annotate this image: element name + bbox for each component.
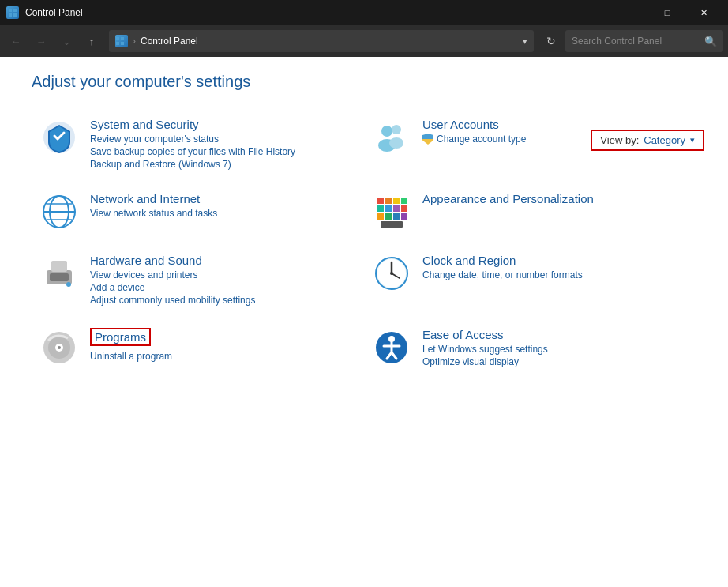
system-link-2[interactable]: Save backup copies of your files with Fi… (90, 146, 356, 157)
up-button[interactable]: ↑ (81, 30, 103, 52)
svg-rect-2 (9, 13, 12, 17)
programs-title[interactable]: Programs (90, 328, 151, 346)
window-title: Control Panel (25, 7, 83, 18)
system-content: System and Security Review your computer… (90, 118, 356, 170)
ease-icon (372, 328, 411, 367)
view-by-bar: View by: Category ▾ (591, 130, 704, 151)
svg-point-12 (389, 137, 403, 149)
hardware-link-3[interactable]: Adjust commonly used mobility settings (90, 295, 356, 306)
svg-rect-25 (401, 205, 407, 212)
user-accounts-title[interactable]: User Accounts (422, 118, 499, 131)
svg-rect-29 (401, 213, 407, 220)
svg-rect-27 (385, 213, 392, 220)
search-bar: 🔍 (565, 30, 723, 52)
dropdown-button[interactable]: ⌄ (55, 30, 77, 52)
clock-link-1[interactable]: Change date, time, or number formats (422, 269, 689, 280)
svg-point-11 (392, 125, 401, 134)
ease-content: Ease of Access Let Windows suggest setti… (422, 328, 689, 367)
system-title[interactable]: System and Security (90, 118, 199, 131)
clock-content: Clock and Region Change date, time, or n… (422, 254, 689, 280)
system-link-1[interactable]: Review your computer's status (90, 134, 356, 145)
svg-rect-1 (13, 9, 17, 12)
svg-rect-18 (377, 198, 384, 204)
clock-title[interactable]: Clock and Region (422, 254, 516, 267)
search-icon[interactable]: 🔍 (704, 36, 717, 47)
appearance-content: Appearance and Personalization (422, 192, 689, 206)
ease-link-2[interactable]: Optimize visual display (422, 356, 689, 367)
user-accounts-icon (372, 118, 411, 157)
address-text: Control Panel (141, 36, 198, 47)
category-hardware: Hardware and Sound View devices and prin… (32, 243, 364, 317)
network-link-1[interactable]: View network status and tasks (90, 208, 356, 219)
refresh-button[interactable]: ↻ (540, 30, 562, 52)
svg-rect-20 (393, 198, 400, 204)
main-content: Adjust your computer's settings View by:… (0, 57, 728, 394)
svg-rect-22 (377, 205, 384, 212)
svg-point-34 (66, 282, 71, 287)
app-icon (6, 6, 19, 19)
appearance-title[interactable]: Appearance and Personalization (422, 192, 594, 205)
svg-rect-19 (385, 198, 392, 204)
svg-rect-32 (50, 273, 69, 281)
title-bar: Control Panel ─ □ ✕ (0, 0, 728, 25)
appearance-icon (372, 192, 411, 231)
svg-rect-28 (393, 213, 400, 220)
change-account-type-link[interactable]: Change account type (437, 134, 526, 145)
category-network: Network and Internet View network status… (32, 181, 364, 243)
svg-rect-5 (121, 37, 124, 40)
address-separator: › (133, 36, 136, 47)
svg-point-39 (390, 272, 393, 275)
svg-rect-7 (121, 42, 124, 45)
hardware-content: Hardware and Sound View devices and prin… (90, 254, 356, 306)
address-dropdown-arrow[interactable]: ▾ (523, 36, 527, 47)
hardware-link-1[interactable]: View devices and printers (90, 269, 356, 280)
svg-rect-6 (116, 42, 119, 45)
close-button[interactable]: ✕ (685, 0, 722, 25)
category-ease: Ease of Access Let Windows suggest setti… (364, 317, 696, 378)
system-icon (39, 118, 79, 157)
category-appearance: Appearance and Personalization (364, 181, 696, 243)
search-input[interactable] (572, 36, 700, 47)
hardware-title[interactable]: Hardware and Sound (90, 254, 202, 267)
category-clock: Clock and Region Change date, time, or n… (364, 243, 696, 317)
network-title[interactable]: Network and Internet (90, 192, 200, 205)
programs-content: Programs Uninstall a program (90, 328, 356, 362)
view-by-value: Category (644, 134, 685, 146)
address-bar: › Control Panel ▾ (109, 30, 534, 52)
svg-point-9 (381, 126, 392, 137)
ease-link-1[interactable]: Let Windows suggest settings (422, 344, 689, 355)
minimize-button[interactable]: ─ (613, 0, 649, 25)
content-area: Adjust your computer's settings View by:… (0, 57, 728, 394)
navigation-bar: ← → ⌄ ↑ › Control Panel ▾ ↻ 🔍 (0, 25, 728, 57)
back-button[interactable]: ← (5, 30, 27, 52)
network-icon (39, 192, 79, 231)
hardware-icon (39, 254, 79, 293)
programs-icon (39, 328, 79, 367)
maximize-button[interactable]: □ (649, 0, 685, 25)
window-controls: ─ □ ✕ (613, 0, 722, 25)
svg-rect-3 (13, 13, 17, 17)
svg-rect-23 (385, 205, 392, 212)
system-link-3[interactable]: Backup and Restore (Windows 7) (90, 159, 356, 170)
category-programs: Programs Uninstall a program (32, 317, 364, 378)
svg-rect-24 (393, 205, 400, 212)
svg-point-43 (58, 346, 61, 349)
hardware-link-2[interactable]: Add a device (90, 282, 356, 293)
category-system: System and Security Review your computer… (32, 107, 364, 181)
title-bar-left: Control Panel (6, 6, 83, 19)
view-by-label: View by: (600, 134, 639, 146)
svg-rect-33 (51, 261, 67, 272)
shield-icon (422, 134, 433, 145)
address-icon (115, 35, 128, 47)
forward-button[interactable]: → (30, 30, 52, 52)
svg-rect-0 (9, 9, 12, 12)
ease-title[interactable]: Ease of Access (422, 328, 504, 341)
view-by-dropdown[interactable]: ▾ (690, 135, 695, 145)
clock-icon (372, 254, 411, 293)
programs-link-1[interactable]: Uninstall a program (90, 351, 356, 362)
svg-rect-26 (377, 213, 384, 220)
page-title: Adjust your computer's settings (32, 73, 696, 91)
network-content: Network and Internet View network status… (90, 192, 356, 219)
svg-rect-30 (381, 221, 403, 228)
svg-rect-4 (116, 37, 119, 40)
